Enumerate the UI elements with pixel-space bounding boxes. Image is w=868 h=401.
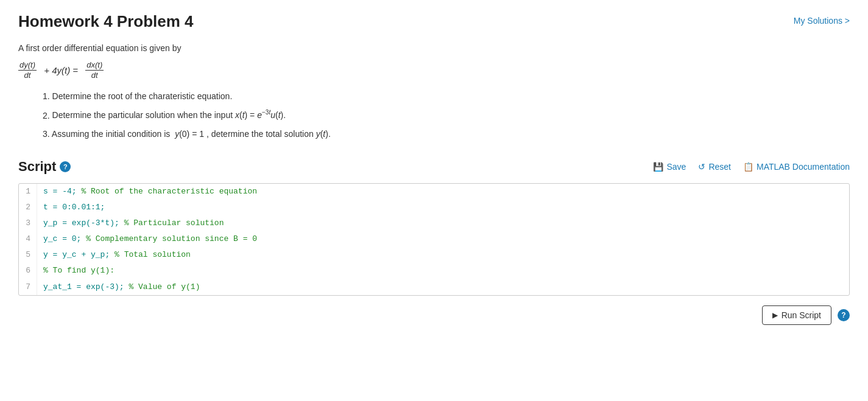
play-icon: ▶ (772, 311, 778, 319)
fraction-dx-dt: dx(t) dt (85, 60, 104, 80)
matlab-docs-button[interactable]: 📋 MATLAB Documentation (743, 162, 850, 172)
script-header: Script ? 💾 Save ↺ Reset 📋 MATLAB Documen… (18, 159, 850, 175)
line-content: y_p = exp(-3*t); % Particular solution (37, 215, 849, 231)
reset-button[interactable]: ↺ Reset (698, 162, 731, 172)
script-help-icon[interactable]: ? (60, 161, 71, 172)
line-number: 1 (19, 184, 37, 200)
code-line: 6 % To find y(1): (19, 263, 849, 279)
line-content: % To find y(1): (37, 263, 849, 279)
equation-plus: + 4y(t) = (41, 65, 80, 75)
script-title: Script (18, 159, 56, 175)
list-item-3: 3. Assuming the initial condition is y(0… (43, 127, 850, 141)
line-number: 7 (19, 279, 37, 295)
fraction-dy-dt: dy(t) dt (18, 60, 37, 80)
code-line: 7 y_at_1 = exp(-3); % Value of y(1) (19, 279, 849, 295)
code-line: 5 y = y_c + y_p; % Total solution (19, 247, 849, 263)
script-section: Script ? 💾 Save ↺ Reset 📋 MATLAB Documen… (18, 159, 850, 325)
save-button[interactable]: 💾 Save (653, 162, 686, 172)
code-line: 3 y_p = exp(-3*t); % Particular solution (19, 215, 849, 231)
line-number: 4 (19, 231, 37, 247)
code-line: 2 t = 0:0.01:1; (19, 200, 849, 215)
list-item-2: 2. Determine the particular solution whe… (43, 108, 850, 122)
script-title-group: Script ? (18, 159, 71, 175)
docs-icon: 📋 (743, 162, 753, 172)
line-number: 5 (19, 247, 37, 263)
line-content: y_c = 0; % Complementary solution since … (37, 231, 849, 247)
page-title: Homework 4 Problem 4 (18, 12, 194, 31)
line-content: s = -4; % Root of the characteristic equ… (37, 184, 849, 200)
line-number: 3 (19, 215, 37, 231)
script-actions: 💾 Save ↺ Reset 📋 MATLAB Documentation (653, 162, 850, 172)
my-solutions-link[interactable]: My Solutions > (794, 12, 850, 26)
top-bar: Homework 4 Problem 4 My Solutions > (18, 12, 850, 31)
code-line: 1 s = -4; % Root of the characteristic e… (19, 184, 849, 200)
equation-block: dy(t) dt + 4y(t) = dx(t) dt (18, 59, 850, 80)
list-item-1: 1. Determine the root of the charaterist… (43, 89, 850, 103)
run-script-button[interactable]: ▶ Run Script (762, 305, 831, 325)
line-content: t = 0:0.01:1; (37, 200, 849, 215)
problem-list: 1. Determine the root of the charaterist… (18, 89, 850, 141)
reset-icon: ↺ (698, 162, 705, 172)
code-editor[interactable]: 1 s = -4; % Root of the characteristic e… (18, 183, 850, 296)
line-number: 6 (19, 263, 37, 279)
problem-intro: A first order differential equation is g… (18, 43, 850, 53)
code-line: 4 y_c = 0; % Complementary solution sinc… (19, 231, 849, 247)
line-content: y_at_1 = exp(-3); % Value of y(1) (37, 279, 849, 295)
run-help-icon[interactable]: ? (838, 309, 850, 321)
bottom-bar: ▶ Run Script ? (18, 305, 850, 325)
save-icon: 💾 (653, 162, 663, 172)
line-content: y = y_c + y_p; % Total solution (37, 247, 849, 263)
line-number: 2 (19, 200, 37, 215)
